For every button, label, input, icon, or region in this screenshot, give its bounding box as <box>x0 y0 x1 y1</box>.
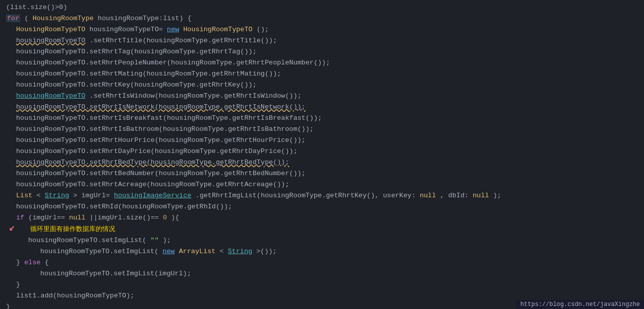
footer-url-text: https://blog.csdn.net/javaXingzhe <box>520 301 640 308</box>
code-line: housingRoomTypeTO .setRhrtTitle(housingR… <box>0 35 644 46</box>
code-line: housingRoomTypeTO.setRhrtBedType(housing… <box>0 157 644 168</box>
code-line: housingRoomTypeTO.setRhrtAcreage(housing… <box>0 179 644 190</box>
annotation-line: ↙ 循环里面有操作数据库的情况 <box>0 223 644 235</box>
code-line: housingRoomTypeTO.setRhrtHourPrice(housi… <box>0 135 644 146</box>
code-line: for ( HousingRoomType housingRoomType:li… <box>0 13 644 24</box>
code-line: housingRoomTypeTO.setRhrtBedNumber(housi… <box>0 168 644 179</box>
code-line: } <box>0 279 644 290</box>
code-line: housingRoomTypeTO.setRhrtIsBreakfast(hou… <box>0 113 644 124</box>
code-line-imgurl: List < String > imgUrl= housingImageServ… <box>0 190 644 201</box>
code-line: (list.size()>0) <box>0 2 644 13</box>
code-line: ↑ housingRoomTypeTO.setRhId(housingRoomT… <box>0 201 644 212</box>
footer-url: https://blog.csdn.net/javaXingzhe <box>516 300 644 309</box>
code-line: housingRoomTypeTO.setRhrtKey(housingRoom… <box>0 80 644 91</box>
annotation-text: 循环里面有操作数据库的情况 <box>30 225 115 233</box>
code-line: HousingRoomTypeTO housingRoomTypeTO= new… <box>0 24 644 35</box>
code-line: housingRoomTypeTO.setImgList( new ArrayL… <box>0 246 644 257</box>
code-line: housingRoomTypeTO.setImgList(imgUrl); <box>0 268 644 279</box>
code-line: if (imgUrl== null ||imgUrl.size()== 0 ){ <box>0 212 644 223</box>
code-line: housingRoomTypeTO.setRhrtMating(housingR… <box>0 68 644 80</box>
keyword-for: for <box>6 15 20 22</box>
code-line: housingRoomTypeTO.setRhrtDayPrice(housin… <box>0 146 644 157</box>
code-line: housingRoomTypeTO.setRhrtPeopleNumber(ho… <box>0 57 644 68</box>
code-line: housingRoomTypeTO.setImgList( "" ); <box>0 235 644 246</box>
code-line: housingRoomTypeTO .setRhrtIsWindow(housi… <box>0 91 644 102</box>
code-line: housingRoomTypeTO.setRhrtTag(housingRoom… <box>0 46 644 57</box>
code-line: } else { <box>0 257 644 268</box>
code-line: housingRoomTypeTO.setRhrtIsBathroom(hous… <box>0 124 644 135</box>
code-editor: (list.size()>0) for ( HousingRoomType ho… <box>0 0 644 309</box>
code-line: housingRoomTypeTO.setRhrtIsNetwork(housi… <box>0 102 644 113</box>
